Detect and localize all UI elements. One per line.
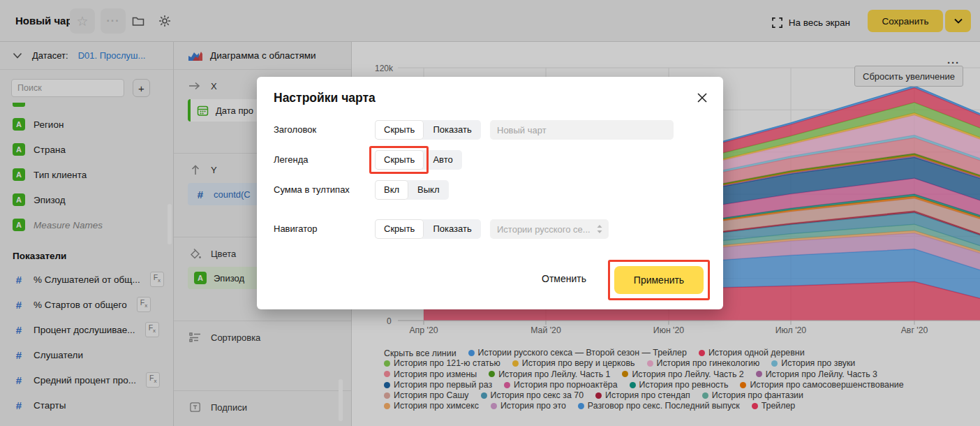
navigator-show-option[interactable]: Показать (424, 219, 480, 239)
legend-row-label: Легенда (274, 154, 308, 165)
navigator-series-select[interactable]: Истории русского се... (490, 219, 609, 239)
apply-button[interactable]: Применить (614, 266, 704, 294)
chart-editor-app: Новый чарт ☆ ··· На весь экран Сохранить… (0, 0, 980, 426)
chart-title-input[interactable] (490, 120, 674, 140)
tooltip-sum-toggle: Вкл Выкл (375, 180, 449, 200)
legend-hide-option[interactable]: Скрыть (375, 150, 424, 170)
navigator-series-value: Истории русского се... (497, 224, 591, 235)
legend-auto-option[interactable]: Авто (424, 150, 461, 170)
legend-toggle: Скрыть Авто (375, 150, 462, 170)
navigator-toggle: Скрыть Показать (375, 219, 481, 239)
navigator-row-label: Навигатор (274, 223, 317, 234)
tooltip-sum-row-label: Сумма в тултипах (274, 184, 350, 195)
title-show-option[interactable]: Показать (424, 120, 480, 140)
tooltip-sum-on-option[interactable]: Вкл (375, 180, 408, 200)
select-arrows-icon (596, 224, 603, 234)
tooltip-sum-off-option[interactable]: Выкл (408, 180, 448, 200)
title-hide-option[interactable]: Скрыть (375, 120, 424, 140)
chart-settings-modal: Настройки чарта Заголовок Скрыть Показат… (257, 77, 723, 309)
navigator-hide-option[interactable]: Скрыть (375, 219, 424, 239)
modal-title: Настройки чарта (274, 91, 376, 105)
cancel-button[interactable]: Отменить (542, 273, 586, 284)
title-row-label: Заголовок (274, 124, 316, 135)
close-icon[interactable] (697, 92, 708, 103)
title-toggle: Скрыть Показать (375, 120, 481, 140)
